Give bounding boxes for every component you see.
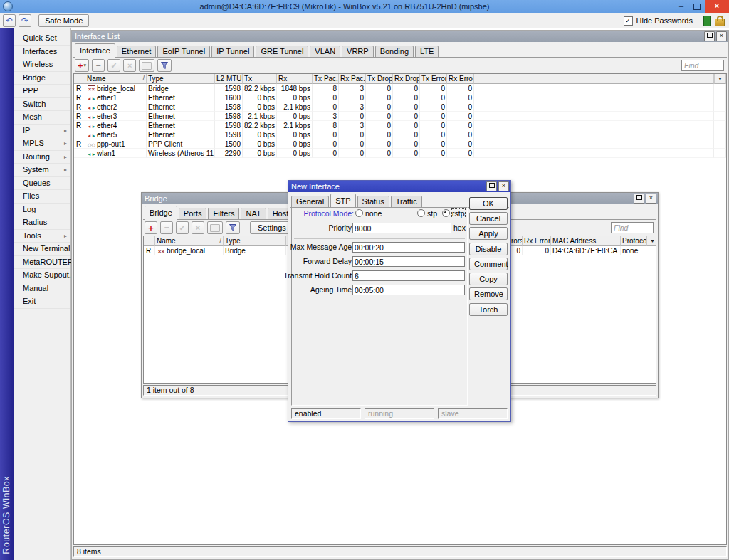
tab-stp[interactable]: STP [330, 194, 355, 208]
priority-input[interactable] [352, 223, 451, 233]
add-button[interactable]: + [145, 221, 157, 234]
cell-tx_errors[interactable]: 0 [420, 121, 447, 130]
protocol-mode-radio-none[interactable]: none [355, 208, 382, 219]
cell-l2mtu[interactable]: 1500 [215, 139, 243, 149]
dialog-titlebar[interactable]: New Interface × [288, 181, 510, 192]
cell-flag[interactable] [74, 149, 85, 158]
cell-tx[interactable]: 82.2 kbps [243, 121, 277, 130]
minimize-button[interactable]: – [673, 0, 689, 13]
cell-name[interactable]: ether3 [85, 112, 147, 121]
sidebar-item-metarouter[interactable]: MetaROUTER [14, 256, 70, 270]
sidebar-item-wireless[interactable]: Wireless [14, 58, 70, 72]
cell-rx_pac[interactable]: 0 [339, 149, 366, 158]
sidebar-item-ppp[interactable]: PPP [14, 85, 70, 98]
cell-tx_pac[interactable]: 0 [313, 139, 339, 149]
column-header-protoco[interactable]: Protoco... [621, 236, 646, 246]
cell-rx_pac[interactable]: 0 [339, 139, 366, 149]
protocol-mode-radio-stp[interactable]: stp [417, 208, 437, 219]
cell-type[interactable]: Ethernet [147, 121, 215, 130]
close-button[interactable]: × [716, 31, 727, 41]
cell-type[interactable]: Ethernet [147, 102, 215, 112]
cell-rx_errors[interactable]: 0 [447, 121, 474, 130]
close-button[interactable]: × [705, 0, 729, 13]
comment-button[interactable] [139, 59, 154, 72]
tab-nat[interactable]: NAT [241, 208, 266, 219]
cell-type[interactable]: PPP Client [147, 139, 215, 149]
table-row[interactable]: Rether3Ethernet15982.1 kbps0 bps300000 [74, 112, 726, 121]
sidebar-item-radius[interactable]: Radius [14, 216, 70, 230]
cell-type[interactable]: Wireless (Atheros 11N) [147, 149, 215, 158]
apply-button[interactable]: Apply [469, 227, 508, 240]
cell-rx_pac[interactable]: 3 [339, 84, 366, 93]
cell-l2mtu[interactable]: 1598 [215, 121, 243, 130]
table-row[interactable]: Rether2Ethernet15980 bps2.1 kbps030000 [74, 102, 726, 112]
column-header-flag[interactable] [144, 236, 155, 246]
cell-tx_errors[interactable]: 0 [420, 139, 447, 149]
cell-tx[interactable]: 0 bps [243, 149, 277, 158]
undo-button[interactable]: ↶ [3, 14, 16, 27]
cell-protocol[interactable]: none [621, 246, 646, 255]
sidebar-item-tools[interactable]: Tools▸ [14, 230, 70, 243]
table-row[interactable]: Rbridge_localBridge159882.2 kbps1848 bps… [74, 84, 726, 93]
cell-flag[interactable]: R [74, 112, 85, 121]
close-button[interactable]: × [498, 181, 509, 191]
sidebar-item-log[interactable]: Log [14, 204, 70, 217]
cell-rx[interactable]: 2.1 kbps [277, 102, 313, 112]
disable-button[interactable]: × [123, 59, 136, 72]
cell-tx_drops[interactable]: 0 [366, 102, 393, 112]
cell-rx_errors[interactable]: 0 [447, 149, 474, 158]
cell-tx_pac[interactable]: 0 [313, 130, 339, 139]
hide-passwords-checkbox[interactable]: ✓ [624, 16, 633, 26]
cell-tx_drops[interactable]: 0 [366, 112, 393, 121]
cell-name[interactable]: bridge_local [85, 84, 147, 93]
cell-rx[interactable]: 0 bps [277, 149, 313, 158]
cell-tx_errors[interactable]: 0 [420, 112, 447, 121]
sidebar-item-switch[interactable]: Switch [14, 98, 70, 112]
sidebar-item-files[interactable]: Files [14, 190, 70, 204]
cell-tx_drops[interactable]: 0 [366, 121, 393, 130]
cell-tx_errors[interactable]: 0 [420, 84, 447, 93]
cell-l2mtu[interactable]: 2290 [215, 149, 243, 158]
column-header-mac-address[interactable]: MAC Address [551, 236, 621, 246]
cell-rx_drops[interactable]: 0 [393, 112, 420, 121]
cell-flag[interactable]: R [74, 121, 85, 130]
disable-button[interactable]: × [192, 221, 204, 234]
cell-type[interactable]: Ethernet [147, 112, 215, 121]
ok-button[interactable]: OK [469, 197, 508, 210]
cell-type[interactable]: Bridge [147, 84, 215, 93]
table-row[interactable]: Rether1Ethernet16000 bps0 bps000000 [74, 93, 726, 102]
column-header-rx[interactable]: Rx [277, 74, 313, 84]
cell-l2mtu[interactable]: 1598 [215, 130, 243, 139]
cell-l2mtu[interactable]: 1598 [215, 102, 243, 112]
restore-button[interactable] [704, 31, 715, 41]
cell-name[interactable]: ppp-out1 [85, 139, 147, 149]
cell-tx_pac[interactable]: 0 [313, 102, 339, 112]
remove-button[interactable]: Remove [469, 287, 508, 300]
cell-flag[interactable]: R [144, 246, 155, 255]
cell-rx_pac[interactable]: 0 [339, 93, 366, 102]
column-selector-button[interactable]: ▼ [646, 236, 656, 246]
column-header-tx[interactable]: Tx [243, 74, 277, 84]
filter-button[interactable] [157, 59, 172, 72]
sidebar-item-routing[interactable]: Routing▸ [14, 151, 70, 164]
sidebar-item-system[interactable]: System▸ [14, 164, 70, 177]
add-button[interactable]: +▾ [75, 59, 89, 72]
cell-tx_errors[interactable]: 0 [420, 93, 447, 102]
cell-rx_drops[interactable]: 0 [393, 139, 420, 149]
safe-mode-button[interactable]: Safe Mode [38, 14, 89, 27]
cell-rx_drops[interactable]: 0 [393, 102, 420, 112]
cell-name[interactable]: ether2 [85, 102, 147, 112]
cell-tx_errors[interactable]: 0 [420, 130, 447, 139]
sidebar-item-manual[interactable]: Manual [14, 282, 70, 296]
torch-button[interactable]: Torch [469, 303, 508, 316]
cell-tx_drops[interactable]: 0 [366, 93, 393, 102]
table-row[interactable]: ether5Ethernet15980 bps0 bps000000 [74, 130, 726, 139]
tab-ports[interactable]: Ports [179, 208, 207, 219]
cell-tx[interactable]: 0 bps [243, 139, 277, 149]
restore-button[interactable] [689, 0, 705, 13]
cell-rx_pac[interactable]: 0 [339, 130, 366, 139]
sidebar-item-ip[interactable]: IP▸ [14, 125, 70, 138]
cell-rx_pac[interactable]: 3 [339, 102, 366, 112]
column-header-type[interactable]: Type [147, 74, 215, 84]
tab-traffic[interactable]: Traffic [391, 196, 422, 207]
